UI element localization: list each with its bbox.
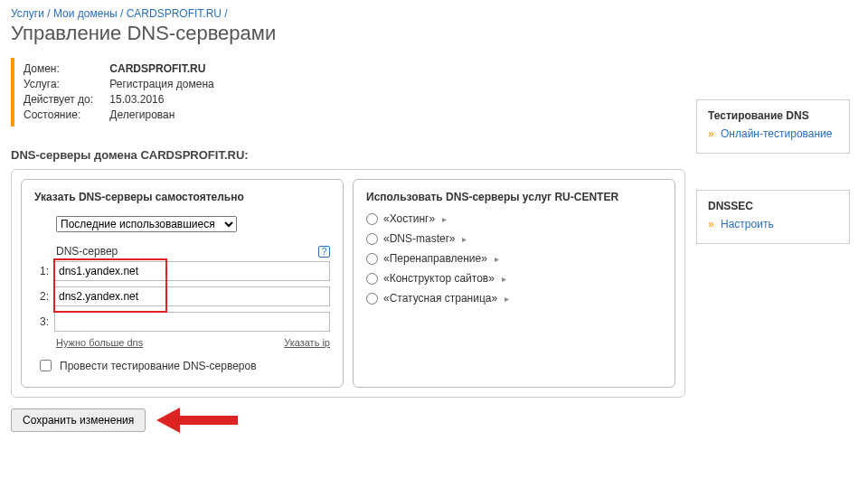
dns-rows-highlight: 1: 2: [34, 261, 330, 306]
crumb-services[interactable]: Услуги [11, 7, 44, 20]
info-label-service: Услуга: [24, 77, 107, 92]
manual-dns-title: Указать DNS-серверы самостоятельно [34, 191, 330, 203]
more-dns-link[interactable]: Нужно больше dns [56, 337, 143, 348]
opt-sitebuilder-radio[interactable] [366, 273, 378, 285]
section-title: DNS-серверы домена CARDSPROFIT.RU: [11, 148, 685, 162]
crumb-domain[interactable]: CARDSPROFIT.RU [127, 7, 222, 20]
test-dns-label: Провести тестирование DNS-серверов [60, 360, 257, 372]
sidebar-link-dnssec-configure[interactable]: Настроить [721, 218, 774, 230]
opt-hosting-label: «Хостинг» [383, 212, 435, 225]
chevron-right-icon: ▸ [462, 234, 467, 244]
domain-info: Домен: CARDSPROFIT.RU Услуга: Регистраци… [11, 58, 685, 127]
breadcrumb: Услуги / Мои домены / CARDSPROFIT.RU / [11, 7, 685, 20]
opt-sitebuilder-label: «Конструктор сайтов» [383, 272, 495, 285]
dns-server-label: DNS-сервер [56, 245, 118, 258]
crumb-sep: / [224, 7, 227, 20]
help-icon[interactable]: ? [318, 246, 330, 258]
page-title: Управление DNS-серверами [11, 22, 685, 45]
raquo-icon: » [708, 218, 714, 230]
specify-ip-link[interactable]: Указать ip [284, 337, 330, 348]
crumb-sep: / [47, 7, 50, 20]
info-label-status: Состояние: [24, 108, 107, 123]
info-value-expires: 15.03.2016 [109, 93, 164, 106]
sidebar-link-online-test[interactable]: Онлайн-тестирование [721, 127, 832, 140]
info-label-domain: Домен: [24, 61, 107, 77]
dns-input-3[interactable] [54, 312, 330, 332]
sidebar-box-dnssec: DNSSEC » Настроить [696, 190, 850, 244]
rucenter-dns-panel: Использовать DNS-серверы услуг RU-CENTER… [353, 179, 675, 388]
opt-statuspage-radio[interactable] [366, 293, 378, 305]
sidebar-title-dns-test: Тестирование DNS [708, 109, 838, 122]
save-button[interactable]: Сохранить изменения [11, 408, 146, 432]
opt-hosting-radio[interactable] [366, 213, 378, 225]
info-value-service: Регистрация домена [109, 78, 213, 90]
dns-input-1[interactable] [54, 261, 330, 281]
dns-input-2[interactable] [54, 286, 330, 306]
chevron-right-icon: ▸ [442, 214, 447, 224]
dns-row-num-1: 1: [34, 265, 54, 277]
crumb-my-domains[interactable]: Мои домены [53, 7, 118, 20]
opt-statuspage-label: «Статусная страница» [383, 292, 497, 305]
manual-dns-panel: Указать DNS-серверы самостоятельно После… [21, 179, 344, 388]
chevron-right-icon: ▸ [502, 274, 506, 284]
rucenter-dns-title: Использовать DNS-серверы услуг RU-CENTER [366, 191, 662, 203]
dns-row-num-2: 2: [34, 290, 54, 303]
sidebar-box-dns-test: Тестирование DNS » Онлайн-тестирование [696, 99, 850, 154]
recent-dns-select[interactable]: Последние использовавшиеся [56, 216, 237, 232]
crumb-sep: / [120, 7, 123, 20]
info-label-expires: Действует до: [24, 92, 107, 108]
info-value-domain: CARDSPROFIT.RU [109, 62, 205, 75]
opt-redirect-radio[interactable] [366, 253, 378, 265]
annotation-arrow-icon [156, 410, 238, 430]
opt-dnsmaster-radio[interactable] [366, 233, 378, 245]
dns-panel: Указать DNS-серверы самостоятельно После… [11, 169, 685, 398]
opt-redirect-label: «Перенаправление» [383, 252, 487, 265]
info-value-status: Делегирован [109, 108, 175, 121]
test-dns-checkbox[interactable] [40, 360, 52, 371]
dns-row-num-3: 3: [34, 315, 54, 328]
chevron-right-icon: ▸ [495, 254, 499, 264]
raquo-icon: » [708, 127, 714, 140]
opt-dnsmaster-label: «DNS-master» [383, 232, 455, 245]
chevron-right-icon: ▸ [505, 294, 509, 304]
sidebar-title-dnssec: DNSSEC [708, 200, 838, 212]
